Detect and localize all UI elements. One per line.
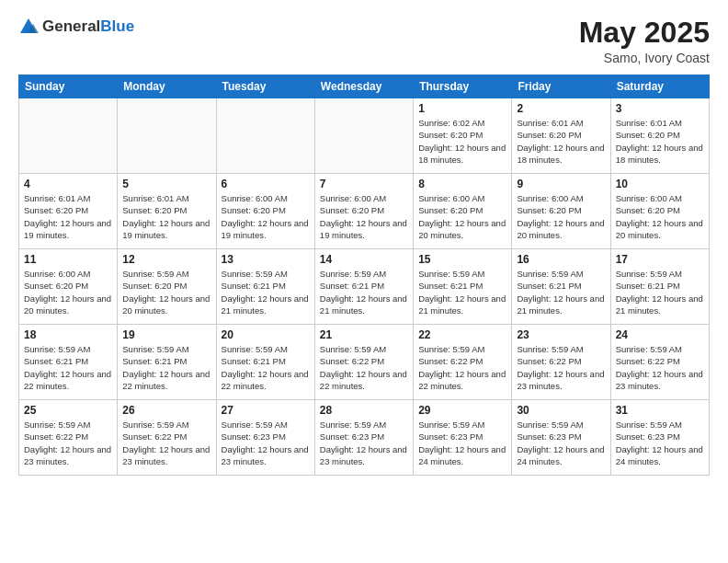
day-info: Sunrise: 6:01 AM Sunset: 6:20 PM Dayligh… xyxy=(517,117,605,166)
day-info: Sunrise: 6:01 AM Sunset: 6:20 PM Dayligh… xyxy=(24,192,112,241)
day-info: Sunrise: 6:00 AM Sunset: 6:20 PM Dayligh… xyxy=(517,192,605,241)
calendar-cell: 31Sunrise: 5:59 AM Sunset: 6:23 PM Dayli… xyxy=(610,400,709,476)
day-info: Sunrise: 5:59 AM Sunset: 6:22 PM Dayligh… xyxy=(24,419,112,467)
day-info: Sunrise: 5:59 AM Sunset: 6:21 PM Dayligh… xyxy=(320,268,408,316)
calendar-cell: 5Sunrise: 6:01 AM Sunset: 6:20 PM Daylig… xyxy=(118,174,216,249)
day-info: Sunrise: 5:59 AM Sunset: 6:22 PM Dayligh… xyxy=(122,419,210,467)
calendar-cell: 9Sunrise: 6:00 AM Sunset: 6:20 PM Daylig… xyxy=(512,174,610,249)
day-info: Sunrise: 6:00 AM Sunset: 6:20 PM Dayligh… xyxy=(222,192,310,241)
calendar-week-row: 18Sunrise: 5:59 AM Sunset: 6:21 PM Dayli… xyxy=(19,325,710,400)
day-number: 13 xyxy=(222,253,310,266)
day-number: 24 xyxy=(616,328,704,341)
calendar-cell: 16Sunrise: 5:59 AM Sunset: 6:21 PM Dayli… xyxy=(512,249,610,325)
day-number: 31 xyxy=(616,404,704,417)
day-number: 26 xyxy=(122,404,210,417)
calendar-cell: 18Sunrise: 5:59 AM Sunset: 6:21 PM Dayli… xyxy=(19,325,118,400)
day-info: Sunrise: 5:59 AM Sunset: 6:21 PM Dayligh… xyxy=(222,343,310,392)
weekday-header-thursday: Thursday xyxy=(414,75,512,98)
day-info: Sunrise: 5:59 AM Sunset: 6:21 PM Dayligh… xyxy=(122,343,210,392)
calendar-cell xyxy=(216,98,314,174)
title-block: May 2025 Samo, Ivory Coast xyxy=(579,17,710,65)
day-number: 4 xyxy=(24,178,112,190)
calendar-week-row: 4Sunrise: 6:01 AM Sunset: 6:20 PM Daylig… xyxy=(19,174,710,249)
calendar-cell: 22Sunrise: 5:59 AM Sunset: 6:22 PM Dayli… xyxy=(414,325,512,400)
weekday-header-wednesday: Wednesday xyxy=(314,75,413,98)
day-number: 28 xyxy=(320,404,408,417)
day-info: Sunrise: 5:59 AM Sunset: 6:22 PM Dayligh… xyxy=(616,343,704,392)
logo-general: General xyxy=(42,17,100,35)
day-number: 6 xyxy=(222,178,310,190)
day-info: Sunrise: 5:59 AM Sunset: 6:22 PM Dayligh… xyxy=(418,343,506,392)
weekday-header-tuesday: Tuesday xyxy=(216,75,314,98)
calendar-cell: 13Sunrise: 5:59 AM Sunset: 6:21 PM Dayli… xyxy=(216,249,314,325)
day-number: 10 xyxy=(616,178,704,190)
day-number: 7 xyxy=(320,178,408,190)
weekday-header-sunday: Sunday xyxy=(19,75,118,98)
calendar-week-row: 1Sunrise: 6:02 AM Sunset: 6:20 PM Daylig… xyxy=(19,98,710,174)
logo-blue: Blue xyxy=(100,17,134,35)
day-info: Sunrise: 6:00 AM Sunset: 6:20 PM Dayligh… xyxy=(24,268,112,316)
calendar-location: Samo, Ivory Coast xyxy=(579,51,710,65)
day-number: 1 xyxy=(418,102,506,115)
day-info: Sunrise: 5:59 AM Sunset: 6:21 PM Dayligh… xyxy=(24,343,112,392)
day-number: 23 xyxy=(517,328,605,341)
calendar-cell: 26Sunrise: 5:59 AM Sunset: 6:22 PM Dayli… xyxy=(118,400,216,476)
calendar-cell: 27Sunrise: 5:59 AM Sunset: 6:23 PM Dayli… xyxy=(216,400,314,476)
day-number: 19 xyxy=(122,328,210,341)
calendar-cell: 23Sunrise: 5:59 AM Sunset: 6:22 PM Dayli… xyxy=(512,325,610,400)
day-info: Sunrise: 6:00 AM Sunset: 6:20 PM Dayligh… xyxy=(320,192,408,241)
day-number: 8 xyxy=(418,178,506,190)
calendar-cell: 17Sunrise: 5:59 AM Sunset: 6:21 PM Dayli… xyxy=(610,249,709,325)
calendar-cell xyxy=(118,98,216,174)
day-number: 5 xyxy=(122,178,210,190)
calendar-title: May 2025 xyxy=(579,17,710,49)
calendar-cell: 10Sunrise: 6:00 AM Sunset: 6:20 PM Dayli… xyxy=(610,174,709,249)
day-info: Sunrise: 5:59 AM Sunset: 6:23 PM Dayligh… xyxy=(222,419,310,467)
calendar-week-row: 25Sunrise: 5:59 AM Sunset: 6:22 PM Dayli… xyxy=(19,400,710,476)
logo-icon xyxy=(18,17,39,37)
logo-text: GeneralBlue xyxy=(42,17,134,36)
day-number: 29 xyxy=(418,404,506,417)
day-info: Sunrise: 5:59 AM Sunset: 6:23 PM Dayligh… xyxy=(517,419,605,467)
day-info: Sunrise: 6:00 AM Sunset: 6:20 PM Dayligh… xyxy=(418,192,506,241)
day-number: 11 xyxy=(24,253,112,266)
calendar-cell xyxy=(314,98,413,174)
page: GeneralBlue May 2025 Samo, Ivory Coast S… xyxy=(0,0,728,563)
day-info: Sunrise: 5:59 AM Sunset: 6:21 PM Dayligh… xyxy=(616,268,704,316)
day-info: Sunrise: 6:01 AM Sunset: 6:20 PM Dayligh… xyxy=(616,117,704,166)
day-number: 18 xyxy=(24,328,112,341)
calendar-cell: 4Sunrise: 6:01 AM Sunset: 6:20 PM Daylig… xyxy=(19,174,118,249)
calendar-cell: 6Sunrise: 6:00 AM Sunset: 6:20 PM Daylig… xyxy=(216,174,314,249)
calendar-cell: 25Sunrise: 5:59 AM Sunset: 6:22 PM Dayli… xyxy=(19,400,118,476)
calendar-cell xyxy=(19,98,118,174)
calendar-cell: 28Sunrise: 5:59 AM Sunset: 6:23 PM Dayli… xyxy=(314,400,413,476)
calendar-cell: 21Sunrise: 5:59 AM Sunset: 6:22 PM Dayli… xyxy=(314,325,413,400)
day-info: Sunrise: 5:59 AM Sunset: 6:23 PM Dayligh… xyxy=(418,419,506,467)
weekday-header-row: SundayMondayTuesdayWednesdayThursdayFrid… xyxy=(19,75,710,98)
calendar-cell: 1Sunrise: 6:02 AM Sunset: 6:20 PM Daylig… xyxy=(414,98,512,174)
day-info: Sunrise: 5:59 AM Sunset: 6:23 PM Dayligh… xyxy=(616,419,704,467)
weekday-header-monday: Monday xyxy=(118,75,216,98)
day-number: 17 xyxy=(616,253,704,266)
day-number: 30 xyxy=(517,404,605,417)
day-info: Sunrise: 5:59 AM Sunset: 6:21 PM Dayligh… xyxy=(517,268,605,316)
day-number: 20 xyxy=(222,328,310,341)
calendar-cell: 15Sunrise: 5:59 AM Sunset: 6:21 PM Dayli… xyxy=(414,249,512,325)
day-info: Sunrise: 5:59 AM Sunset: 6:20 PM Dayligh… xyxy=(122,268,210,316)
calendar-cell: 30Sunrise: 5:59 AM Sunset: 6:23 PM Dayli… xyxy=(512,400,610,476)
calendar-week-row: 11Sunrise: 6:00 AM Sunset: 6:20 PM Dayli… xyxy=(19,249,710,325)
calendar-table: SundayMondayTuesdayWednesdayThursdayFrid… xyxy=(18,75,710,476)
calendar-cell: 24Sunrise: 5:59 AM Sunset: 6:22 PM Dayli… xyxy=(610,325,709,400)
calendar-cell: 29Sunrise: 5:59 AM Sunset: 6:23 PM Dayli… xyxy=(414,400,512,476)
day-number: 25 xyxy=(24,404,112,417)
calendar-cell: 2Sunrise: 6:01 AM Sunset: 6:20 PM Daylig… xyxy=(512,98,610,174)
day-number: 22 xyxy=(418,328,506,341)
calendar-cell: 12Sunrise: 5:59 AM Sunset: 6:20 PM Dayli… xyxy=(118,249,216,325)
calendar-cell: 8Sunrise: 6:00 AM Sunset: 6:20 PM Daylig… xyxy=(414,174,512,249)
day-number: 14 xyxy=(320,253,408,266)
day-info: Sunrise: 6:02 AM Sunset: 6:20 PM Dayligh… xyxy=(418,117,506,166)
day-number: 16 xyxy=(517,253,605,266)
day-number: 12 xyxy=(122,253,210,266)
day-number: 21 xyxy=(320,328,408,341)
calendar-cell: 11Sunrise: 6:00 AM Sunset: 6:20 PM Dayli… xyxy=(19,249,118,325)
